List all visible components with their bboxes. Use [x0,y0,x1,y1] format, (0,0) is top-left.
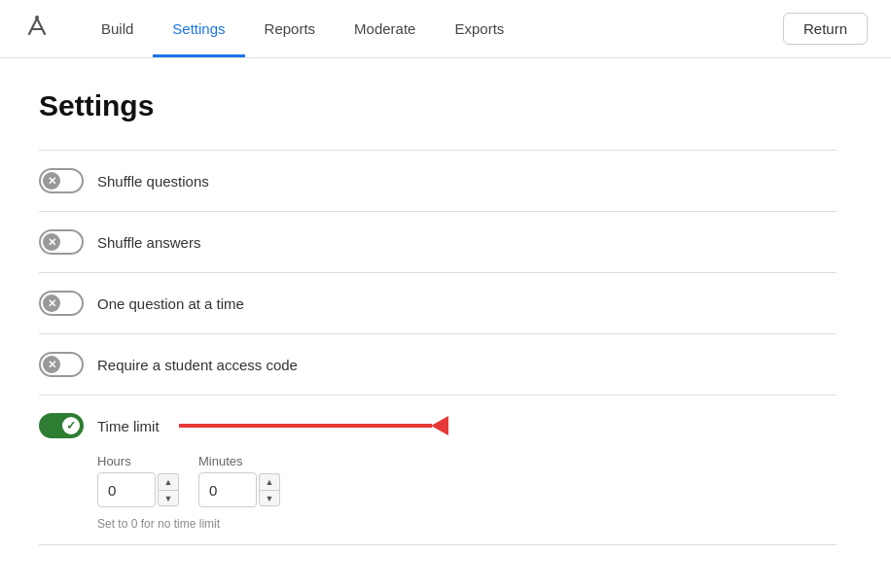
toggle-knob-on: ✓ [62,417,80,434]
toggle-one-question[interactable]: ✕ [39,291,84,316]
shuffle-answers-label: Shuffle answers [97,234,200,251]
tab-settings[interactable]: Settings [153,0,244,57]
toggle-knob: ✕ [43,294,60,312]
minutes-input-row: ▲ ▼ [198,472,280,507]
red-arrow-indicator [179,416,448,435]
hours-decrement[interactable]: ▼ [158,490,179,506]
arrow-head [431,416,448,435]
minutes-stepper: ▲ ▼ [259,473,280,506]
page-title: Settings [39,89,837,122]
nav-tabs: Build Settings Reports Moderate Exports [82,0,783,57]
toggle-shuffle-answers[interactable]: ✕ [39,229,84,255]
main-content: Settings ✕ Shuffle questions ✕ Shuffle a… [0,58,875,576]
toggle-access-code[interactable]: ✕ [39,352,84,377]
toggle-time-limit[interactable]: ✓ [39,413,84,438]
return-button[interactable]: Return [783,13,868,45]
minutes-unit: Minutes ▲ ▼ [198,454,280,507]
tab-build[interactable]: Build [82,0,153,57]
hours-input[interactable] [97,472,156,507]
minutes-input[interactable] [198,472,257,507]
setting-row-access-code: ✕ Require a student access code [39,334,837,396]
toggle-shuffle-questions[interactable]: ✕ [39,168,84,193]
tab-moderate[interactable]: Moderate [335,0,435,57]
hours-increment[interactable]: ▲ [158,473,179,490]
tab-exports[interactable]: Exports [435,0,523,57]
hours-unit: Hours ▲ ▼ [97,454,179,507]
time-hint: Set to 0 for no time limit [97,517,220,531]
minutes-increment[interactable]: ▲ [259,473,280,490]
time-limit-top: ✓ Time limit [39,413,448,438]
minutes-decrement[interactable]: ▼ [259,490,280,506]
hours-stepper: ▲ ▼ [158,473,179,506]
time-limit-controls: Hours ▲ ▼ Minutes ▲ [97,454,280,507]
toggle-knob: ✕ [43,356,60,373]
toggle-knob: ✕ [43,172,60,190]
arrow-line [179,424,432,428]
shuffle-questions-label: Shuffle questions [97,173,209,190]
setting-row-one-question: ✕ One question at a time [39,273,837,334]
logo-icon[interactable] [23,13,51,46]
setting-row-shuffle-questions: ✕ Shuffle questions [39,151,837,212]
settings-list: ✕ Shuffle questions ✕ Shuffle answers ✕ … [39,150,837,545]
hours-input-row: ▲ ▼ [97,472,179,507]
access-code-label: Require a student access code [97,357,298,373]
annotation-arrow [179,416,448,435]
hours-label: Hours [97,454,131,468]
svg-point-0 [35,16,39,19]
setting-row-shuffle-answers: ✕ Shuffle answers [39,212,837,273]
minutes-label: Minutes [198,454,243,468]
tab-reports[interactable]: Reports [245,0,336,57]
setting-row-time-limit: ✓ Time limit Hours [39,396,837,545]
time-limit-label: Time limit [97,418,160,434]
nav-bar: Build Settings Reports Moderate Exports … [0,0,891,58]
one-question-label: One question at a time [97,295,244,312]
toggle-knob: ✕ [43,233,60,251]
